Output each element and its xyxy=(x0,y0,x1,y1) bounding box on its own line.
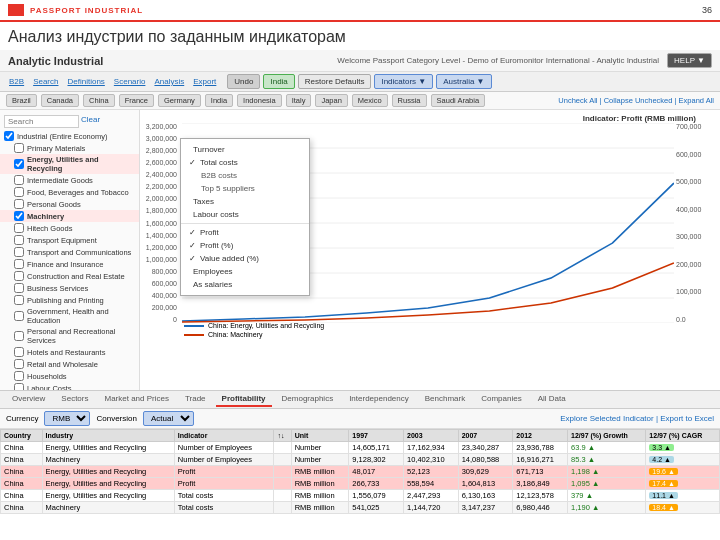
sidebar-item-publishing[interactable]: Publishing and Printing xyxy=(0,294,139,306)
col-1997: 1997 xyxy=(349,430,404,442)
sidebar-item-industrial[interactable]: Industrial (Entire Economy) xyxy=(0,130,139,142)
dropdown-total-costs[interactable]: Total costs xyxy=(181,156,309,169)
clear-button[interactable]: Clear xyxy=(81,115,100,128)
sidebar-item-energy[interactable]: Energy, Utilities and Recycling xyxy=(0,154,139,174)
col-unit: Unit xyxy=(291,430,349,442)
tab-search[interactable]: Search xyxy=(30,76,61,87)
country-tab-canada[interactable]: Canada xyxy=(41,94,79,107)
legend-line-machinery xyxy=(184,334,204,336)
sidebar-item-food[interactable]: Food, Beverages and Tobacco xyxy=(0,186,139,198)
tab-trade[interactable]: Trade xyxy=(179,392,212,407)
sidebar-item-labour[interactable]: Labour Costs xyxy=(0,382,139,390)
tab-demographics[interactable]: Demographics xyxy=(276,392,340,407)
actual-select[interactable]: Actual xyxy=(143,411,194,426)
search-input[interactable] xyxy=(4,115,79,128)
country-tab-russia[interactable]: Russia xyxy=(392,94,427,107)
main-content: Clear Industrial (Entire Economy) Primar… xyxy=(0,110,720,390)
dropdown-top5[interactable]: Top 5 suppliers xyxy=(181,182,309,195)
tab-scenario[interactable]: Scenario xyxy=(111,76,149,87)
export-links[interactable]: Explore Selected Indicator | Export to E… xyxy=(560,414,714,423)
sidebar-item-government[interactable]: Government, Health and Education xyxy=(0,306,139,326)
sidebar-item-personal-goods[interactable]: Personal Goods xyxy=(0,198,139,210)
col-sort[interactable]: ↑↓ xyxy=(274,430,291,442)
australia-button[interactable]: Australia ▼ xyxy=(436,74,491,89)
dropdown-employees[interactable]: Employees xyxy=(181,265,309,278)
dropdown-turnover[interactable]: Turnover xyxy=(181,143,309,156)
passport-label: PASSPORT INDUSTRIAL xyxy=(30,6,143,15)
sidebar-item-intermediate[interactable]: Intermediate Goods xyxy=(0,174,139,186)
tab-export[interactable]: Export xyxy=(190,76,219,87)
page-number: 36 xyxy=(702,5,712,15)
tab-benchmark[interactable]: Benchmark xyxy=(419,392,471,407)
sidebar-item-business[interactable]: Business Services xyxy=(0,282,139,294)
indicators-dropdown: Turnover Total costs B2B costs Top 5 sup… xyxy=(180,138,310,296)
tab-sectors[interactable]: Sectors xyxy=(55,392,94,407)
dropdown-b2b-costs[interactable]: B2B costs xyxy=(181,169,309,182)
tab-interdependency[interactable]: Interdependency xyxy=(343,392,415,407)
dropdown-profit[interactable]: Profit xyxy=(181,226,309,239)
tab-overview[interactable]: Overview xyxy=(6,392,51,407)
table-row-highlighted2: China Energy, Utilities and Recycling Pr… xyxy=(1,478,720,490)
currency-select[interactable]: RMB xyxy=(44,411,90,426)
dropdown-profit-pct[interactable]: Profit (%) xyxy=(181,239,309,252)
passport-logo-icon xyxy=(8,4,24,16)
country-tab-japan[interactable]: Japan xyxy=(315,94,347,107)
app-subtitle: Welcome Passport Category Level - Demo o… xyxy=(337,56,659,65)
help-button[interactable]: HELP ▼ xyxy=(667,53,712,68)
table-row-highlighted: China Energy, Utilities and Recycling Pr… xyxy=(1,466,720,478)
data-table-section: Currency RMB Conversion Actual Explore S… xyxy=(0,409,720,514)
sidebar-item-transport-equip[interactable]: Transport Equipment xyxy=(0,234,139,246)
dropdown-labour[interactable]: Labour costs xyxy=(181,208,309,221)
legend-item-energy: China: Energy, Utilities and Recycling xyxy=(184,322,324,329)
col-2003: 2003 xyxy=(404,430,459,442)
country-tab-india[interactable]: India xyxy=(205,94,233,107)
dropdown-as-salaries[interactable]: As salaries xyxy=(181,278,309,291)
country-tab-italy[interactable]: Italy xyxy=(286,94,312,107)
dropdown-taxes[interactable]: Taxes xyxy=(181,195,309,208)
restore-defaults-button[interactable]: Restore Defaults xyxy=(298,74,372,89)
conversion-label: Conversion xyxy=(96,414,136,423)
tab-analysis[interactable]: Analysis xyxy=(151,76,187,87)
data-table-header: Currency RMB Conversion Actual Explore S… xyxy=(0,409,720,429)
country-tabs: Brazil Canada China France Germany India… xyxy=(0,92,720,110)
table-row: China Machinery Number of Employees Numb… xyxy=(1,454,720,466)
top-bar: PASSPORT INDUSTRIAL 36 xyxy=(0,0,720,22)
tab-definitions[interactable]: Definitions xyxy=(64,76,107,87)
tab-b2b[interactable]: B2B xyxy=(6,76,27,87)
sidebar-item-finance[interactable]: Finance and Insurance xyxy=(0,258,139,270)
uncheck-links[interactable]: Uncheck All | Collapse Unchecked | Expan… xyxy=(558,96,714,105)
country-tab-china[interactable]: China xyxy=(83,94,115,107)
sidebar-item-hitech[interactable]: Hitech Goods xyxy=(0,222,139,234)
tab-all-data[interactable]: All Data xyxy=(532,392,572,407)
undo-button[interactable]: Undo xyxy=(227,74,260,89)
sidebar-item-construction[interactable]: Construction and Real Estate xyxy=(0,270,139,282)
table-row: China Machinery Total costs RMB million … xyxy=(1,502,720,514)
col-country: Country xyxy=(1,430,43,442)
tab-profitability[interactable]: Profitability xyxy=(216,392,272,407)
sidebar-item-personal-rec[interactable]: Personal and Recreational Services xyxy=(0,326,139,346)
country-tab-germany[interactable]: Germany xyxy=(158,94,201,107)
sidebar-item-primary[interactable]: Primary Materials xyxy=(0,142,139,154)
chart-title: Indicator: Profit (RMB million) xyxy=(144,114,716,123)
sidebar-item-retail[interactable]: Retail and Wholesale xyxy=(0,358,139,370)
sidebar-item-households[interactable]: Households xyxy=(0,370,139,382)
country-tab-france[interactable]: France xyxy=(119,94,154,107)
col-growth: 12/97 (%) Growth xyxy=(568,430,646,442)
sidebar-item-machinery[interactable]: Machinery xyxy=(0,210,139,222)
tab-market-prices[interactable]: Market and Prices xyxy=(98,392,174,407)
country-tab-indonesia[interactable]: Indonesia xyxy=(237,94,282,107)
country-tab-saudi[interactable]: Saudi Arabia xyxy=(431,94,486,107)
tab-companies[interactable]: Companies xyxy=(475,392,527,407)
country-tab-brazil[interactable]: Brazil xyxy=(6,94,37,107)
col-2007: 2007 xyxy=(458,430,513,442)
table-row: China Energy, Utilities and Recycling Nu… xyxy=(1,442,720,454)
country-tab-mexico[interactable]: Mexico xyxy=(352,94,388,107)
data-table: Country Industry Indicator ↑↓ Unit 1997 … xyxy=(0,429,720,514)
indicators-button[interactable]: Indicators ▼ xyxy=(374,74,433,89)
legend-line-energy xyxy=(184,325,204,327)
dropdown-value-added[interactable]: Value added (%) xyxy=(181,252,309,265)
table-row: China Energy, Utilities and Recycling To… xyxy=(1,490,720,502)
india-button[interactable]: India xyxy=(263,74,294,89)
sidebar-item-hotels[interactable]: Hotels and Restaurants xyxy=(0,346,139,358)
sidebar-item-transport-comm[interactable]: Transport and Communications xyxy=(0,246,139,258)
